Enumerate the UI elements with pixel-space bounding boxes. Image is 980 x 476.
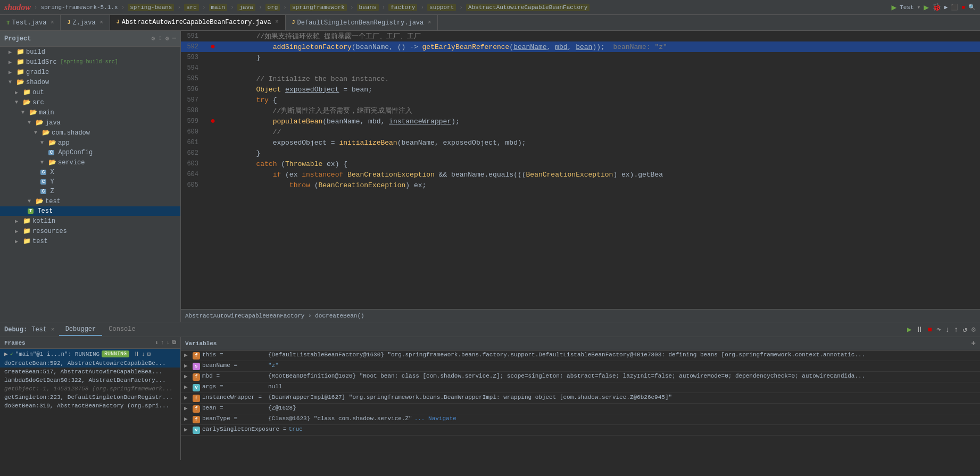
profile-button[interactable]: ⬛: [951, 4, 958, 11]
debug-pause-icon[interactable]: ⏸: [916, 325, 923, 334]
tab-close-test[interactable]: ×: [51, 20, 54, 26]
sidebar-item-gradle[interactable]: ▶ 📁 gradle: [0, 67, 180, 77]
bc-class[interactable]: AbstractAutowireCapableBeanFactory: [466, 4, 589, 11]
sidebar-item-shadow[interactable]: ▼ 📂 shadow: [0, 77, 180, 87]
bc-spring-beans[interactable]: spring-beans: [128, 4, 174, 11]
coverage-button[interactable]: ▶: [944, 4, 948, 11]
breakpoint-592[interactable]: ●: [210, 42, 215, 52]
tab-abstract-factory[interactable]: J AbstractAutowireCapableBeanFactory.jav…: [110, 15, 286, 31]
debug-resume-icon[interactable]: ▶: [907, 325, 911, 334]
variables-header: Variables +: [181, 337, 980, 350]
sidebar-item-test2[interactable]: ▶ 📁 test: [0, 236, 180, 246]
frames-copy-icon[interactable]: ⧉: [172, 339, 176, 346]
frames-filter-icon[interactable]: ⬇: [155, 339, 159, 346]
stop-button[interactable]: ■: [961, 4, 965, 11]
expand-mbd[interactable]: ▶: [184, 373, 190, 380]
sidebar-item-com-shadow[interactable]: ▼ 📂 com.shadow: [0, 128, 180, 138]
bc-springframework[interactable]: springframework: [290, 4, 347, 11]
thread-pause-btn[interactable]: ⏸: [134, 350, 139, 357]
sidebar-item-service[interactable]: ▼ 📂 service: [0, 157, 180, 168]
thread-down-btn[interactable]: ↓: [142, 351, 145, 357]
debug-session-name[interactable]: Test: [31, 326, 47, 333]
var-name-bean: bean =: [202, 405, 266, 411]
thread-filter-btn[interactable]: ⊞: [147, 350, 151, 357]
bc-src[interactable]: src: [184, 4, 199, 11]
debug-session-close[interactable]: ×: [51, 327, 55, 333]
expand-this[interactable]: ▶: [184, 352, 190, 358]
sidebar-settings-icon[interactable]: ⚙: [165, 35, 169, 43]
sidebar-item-java[interactable]: ▼ 📂 java: [0, 118, 180, 128]
sidebar-item-kotlin[interactable]: ▶ 📁 kotlin: [0, 216, 180, 226]
arrow-kotlin: ▶: [15, 218, 21, 224]
tab-label-z: Z.java: [72, 19, 95, 27]
expand-beanType[interactable]: ▶: [184, 415, 190, 422]
run-config-dropdown[interactable]: ▾: [917, 4, 921, 11]
sidebar-item-src[interactable]: ▼ 📂 src: [0, 97, 180, 107]
var-val-instanceWrapper: {BeanWrapperImpl@1627} "org.springframew…: [268, 394, 977, 400]
tab-z-java[interactable]: J Z.java ×: [61, 15, 110, 31]
run-button[interactable]: ▶: [891, 2, 896, 13]
tab-close-abstract[interactable]: ×: [276, 19, 279, 25]
tab-default-singleton[interactable]: J DefaultSingletonBeanRegistry.java ×: [286, 15, 438, 31]
sidebar-item-build[interactable]: ▶ 📁 build: [0, 47, 180, 57]
tab-close-z[interactable]: ×: [100, 20, 103, 26]
debug-step-over-icon[interactable]: ↷: [936, 325, 941, 334]
debug-stop-icon[interactable]: ■: [927, 325, 932, 334]
sidebar-item-Y[interactable]: C Y: [0, 177, 180, 187]
sidebar-collapse-icon[interactable]: ↕: [158, 35, 162, 43]
navigate-beanType[interactable]: ... Navigate: [414, 415, 456, 422]
tab-test-java[interactable]: T Test.java ×: [0, 15, 61, 31]
debug-thread-main[interactable]: ▶ ✓ "main"@1 i...n": RUNNING RUNNING ⏸ ↓…: [0, 349, 180, 359]
frame-item-3[interactable]: getObject:-1, 1453128758 (org.springfram…: [0, 385, 180, 393]
frame-item-0[interactable]: doCreateBean:592, AbstractAutowireCapabl…: [0, 359, 180, 368]
debug-step-into-icon[interactable]: ↓: [945, 325, 949, 334]
bc-beans[interactable]: beans: [357, 4, 379, 11]
bc-support[interactable]: support: [427, 4, 456, 11]
sidebar-item-resources[interactable]: ▶ 📁 resources: [0, 226, 180, 236]
expand-beanName[interactable]: ▶: [184, 362, 190, 369]
bc-org[interactable]: org: [265, 4, 280, 11]
sidebar-item-test[interactable]: ▼ 📂 test: [0, 196, 180, 206]
frame-item-1[interactable]: createBean:517, AbstractAutowireCapableB…: [0, 368, 180, 376]
bc-project[interactable]: spring-framework-5.1.x: [40, 4, 118, 11]
debug-tab-debugger[interactable]: Debugger: [59, 323, 103, 336]
sidebar-label-AppConfig: AppConfig: [58, 149, 93, 156]
search-button[interactable]: 🔍: [968, 4, 976, 11]
bc-factory[interactable]: factory: [388, 4, 417, 11]
sidebar-item-Test[interactable]: T Test: [0, 206, 180, 216]
frame-item-4[interactable]: getSingleton:223, DefaultSingletonBeanRe…: [0, 393, 180, 402]
breakpoint-599[interactable]: ●: [210, 116, 215, 126]
debug-rerun-icon[interactable]: ↺: [962, 325, 967, 334]
sidebar-item-AppConfig[interactable]: C AppConfig: [0, 148, 180, 157]
expand-args[interactable]: ▶: [184, 383, 190, 390]
sidebar-gear-icon[interactable]: ⚙: [151, 35, 155, 43]
sidebar-item-app[interactable]: ▼ 📂 app: [0, 138, 180, 148]
frames-title: Frames: [4, 340, 26, 346]
code-area[interactable]: 591 //如果支持循环依赖 提前暴露一个工厂、工厂、工厂 592 ● addS…: [181, 31, 980, 309]
sidebar-item-main[interactable]: ▼ 📂 main: [0, 107, 180, 118]
frames-down-icon[interactable]: ↓: [166, 339, 170, 346]
frames-up-icon[interactable]: ↑: [161, 339, 164, 346]
debug-run-button[interactable]: ▶: [924, 2, 929, 13]
debug-button[interactable]: 🐞: [932, 3, 941, 12]
expand-bean[interactable]: ▶: [184, 405, 190, 412]
debug-step-out-icon[interactable]: ↑: [954, 325, 958, 334]
debug-settings-icon[interactable]: ⚙: [971, 325, 976, 334]
sidebar-item-out[interactable]: ▶ 📁 out: [0, 87, 180, 97]
bc-main[interactable]: main: [209, 4, 227, 11]
sidebar-label-Y: Y: [50, 178, 54, 186]
expand-instanceWrapper[interactable]: ▶: [184, 394, 190, 401]
gutter-592: ●: [205, 42, 221, 52]
running-badge: RUNNING: [102, 350, 129, 357]
frame-item-2[interactable]: lambda$doGetBean$0:322, AbstractBeanFact…: [0, 376, 180, 385]
expand-earlySingletonExposure[interactable]: ▶: [184, 426, 190, 433]
debug-tab-console[interactable]: Console: [102, 323, 142, 336]
sidebar-minimize-icon[interactable]: —: [172, 35, 176, 43]
frame-item-5[interactable]: doGetBean:319, AbstractBeanFactory (org.…: [0, 402, 180, 410]
sidebar-item-X[interactable]: C X: [0, 168, 180, 177]
bc-java[interactable]: java: [237, 4, 255, 11]
tab-close-singleton[interactable]: ×: [428, 20, 431, 26]
vars-add-btn[interactable]: +: [971, 339, 976, 348]
sidebar-item-Z[interactable]: C Z: [0, 187, 180, 196]
sidebar-item-buildSrc[interactable]: ▶ 📁 buildSrc [spring-build-src]: [0, 57, 180, 67]
